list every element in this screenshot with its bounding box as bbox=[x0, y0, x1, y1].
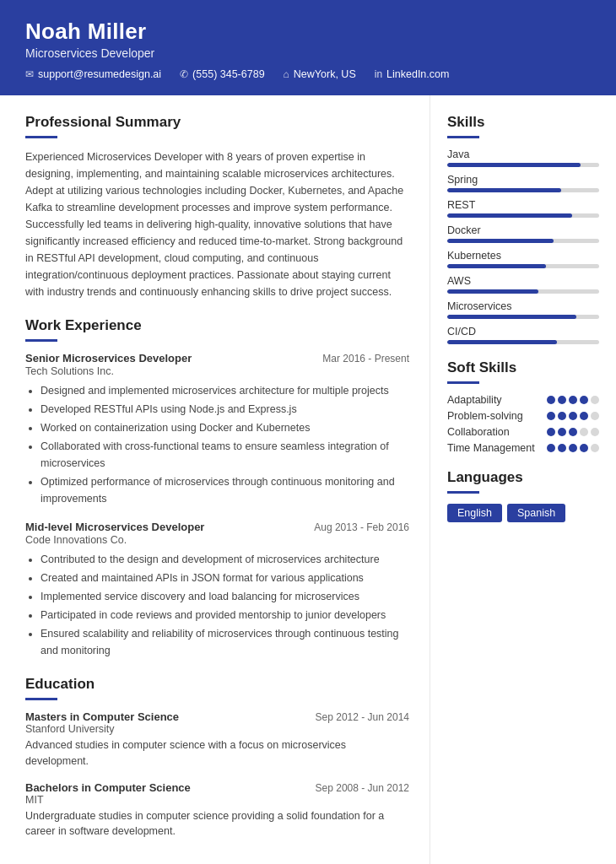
dot-empty bbox=[591, 444, 599, 452]
dot-filled bbox=[558, 412, 566, 420]
soft-skills-section: Soft Skills AdaptabilityProblem-solvingC… bbox=[447, 359, 599, 454]
skill-bar-fill bbox=[447, 239, 554, 243]
soft-skill-dots bbox=[547, 396, 599, 404]
dot-filled bbox=[547, 396, 555, 404]
skill-bar-fill bbox=[447, 340, 557, 344]
dot-filled bbox=[569, 428, 577, 436]
job-entry: Mid-level Microservices DeveloperAug 201… bbox=[25, 521, 409, 659]
edu-header: Bachelors in Computer ScienceSep 2008 - … bbox=[25, 781, 409, 794]
jobs-list: Senior Microservices DeveloperMar 2016 -… bbox=[25, 352, 409, 659]
edu-dates: Sep 2008 - Jun 2012 bbox=[316, 782, 409, 794]
list-item: Collaborated with cross-functional teams… bbox=[41, 438, 409, 472]
dot-filled bbox=[547, 428, 555, 436]
list-item: Optimized performance of microservices t… bbox=[41, 473, 409, 507]
contact-text: NewYork, US bbox=[294, 68, 356, 80]
dot-filled bbox=[580, 444, 588, 452]
left-column: Professional Summary Experienced Microse… bbox=[0, 95, 430, 864]
skill-bar-background bbox=[447, 188, 599, 192]
skill-bar-fill bbox=[447, 315, 576, 319]
contact-icon: ✉ bbox=[25, 68, 34, 80]
job-title: Senior Microservices Developer bbox=[25, 352, 192, 364]
skill-bar-fill bbox=[447, 213, 572, 218]
skill-name: AWS bbox=[447, 275, 599, 287]
soft-skill-item: Problem-solving bbox=[447, 410, 599, 422]
skill-item: Microservices bbox=[447, 300, 599, 319]
list-item: Worked on containerization using Docker … bbox=[41, 419, 409, 436]
soft-skill-dots bbox=[547, 412, 599, 420]
contact-icon: in bbox=[375, 68, 382, 80]
summary-text: Experienced Microservices Developer with… bbox=[25, 148, 409, 300]
skill-bar-background bbox=[447, 315, 599, 319]
contact-item: ✉support@resumedesign.ai bbox=[25, 68, 161, 80]
soft-skills-title: Soft Skills bbox=[447, 359, 599, 376]
dot-empty bbox=[591, 412, 599, 420]
list-item: Created and maintained APIs in JSON form… bbox=[41, 570, 409, 586]
list-item: Contributed to the design and developmen… bbox=[41, 551, 409, 568]
dot-filled bbox=[558, 444, 566, 452]
skill-name: REST bbox=[447, 199, 599, 211]
dot-filled bbox=[558, 396, 566, 404]
contact-text: LinkedIn.com bbox=[386, 68, 449, 80]
soft-skill-name: Adaptability bbox=[447, 394, 502, 406]
job-bullets: Contributed to the design and developmen… bbox=[25, 551, 409, 659]
skill-bar-fill bbox=[447, 163, 581, 167]
dot-filled bbox=[580, 396, 588, 404]
list-item: Designed and implemented microservices a… bbox=[41, 382, 409, 399]
skill-item: Docker bbox=[447, 224, 599, 243]
summary-title: Professional Summary bbox=[25, 114, 409, 131]
skill-item: Kubernetes bbox=[447, 250, 599, 268]
soft-skill-name: Problem-solving bbox=[447, 410, 523, 422]
skills-divider bbox=[447, 136, 479, 138]
dot-filled bbox=[569, 412, 577, 420]
job-header: Mid-level Microservices DeveloperAug 201… bbox=[25, 521, 409, 533]
skill-name: Docker bbox=[447, 224, 599, 236]
skill-name: CI/CD bbox=[447, 326, 599, 338]
soft-skill-item: Collaboration bbox=[447, 426, 599, 438]
edu-entry: Masters in Computer ScienceSep 2012 - Ju… bbox=[25, 710, 409, 770]
candidate-name: Noah Miller bbox=[25, 19, 591, 45]
job-company: Code Innovations Co. bbox=[25, 534, 409, 546]
skill-bar-background bbox=[447, 289, 599, 294]
edu-dates: Sep 2012 - Jun 2014 bbox=[316, 711, 409, 723]
dot-filled bbox=[580, 412, 588, 420]
edu-header: Masters in Computer ScienceSep 2012 - Ju… bbox=[25, 710, 409, 723]
summary-section: Professional Summary Experienced Microse… bbox=[25, 114, 409, 300]
dot-filled bbox=[569, 444, 577, 452]
skill-item: REST bbox=[447, 199, 599, 218]
skill-bar-fill bbox=[447, 289, 538, 294]
skill-item: Java bbox=[447, 148, 599, 167]
edu-description: Undergraduate studies in computer scienc… bbox=[25, 808, 409, 840]
contact-icon: ⌂ bbox=[284, 68, 289, 80]
job-dates: Mar 2016 - Present bbox=[322, 353, 409, 364]
education-divider bbox=[25, 698, 57, 700]
edu-school: MIT bbox=[25, 794, 409, 806]
education-title: Education bbox=[25, 676, 409, 693]
skill-item: Spring bbox=[447, 174, 599, 192]
edu-degree: Bachelors in Computer Science bbox=[25, 781, 191, 794]
edu-description: Advanced studies in computer science wit… bbox=[25, 737, 409, 770]
skills-title: Skills bbox=[447, 114, 599, 131]
dot-empty bbox=[580, 428, 588, 436]
dot-filled bbox=[569, 396, 577, 404]
contact-item: ✆(555) 345-6789 bbox=[180, 68, 264, 80]
education-section: Education Masters in Computer ScienceSep… bbox=[25, 676, 409, 840]
work-title: Work Experience bbox=[25, 317, 409, 334]
skill-bar-background bbox=[447, 163, 599, 167]
skill-bar-background bbox=[447, 239, 599, 243]
job-company: Tech Solutions Inc. bbox=[25, 365, 409, 377]
list-item: Developed RESTful APIs using Node.js and… bbox=[41, 401, 409, 418]
skill-name: Java bbox=[447, 148, 599, 160]
edu-degree: Masters in Computer Science bbox=[25, 710, 179, 723]
contact-item: ⌂NewYork, US bbox=[284, 68, 356, 80]
skill-name: Microservices bbox=[447, 300, 599, 312]
skills-section: Skills JavaSpringRESTDockerKubernetesAWS… bbox=[447, 114, 599, 344]
soft-skill-name: Time Management bbox=[447, 442, 535, 454]
soft-skill-dots bbox=[547, 428, 599, 436]
dot-empty bbox=[591, 396, 599, 404]
header: Noah Miller Microservices Developer ✉sup… bbox=[0, 0, 616, 95]
job-dates: Aug 2013 - Feb 2016 bbox=[314, 521, 409, 533]
skill-bar-background bbox=[447, 264, 599, 268]
languages-divider bbox=[447, 491, 479, 494]
language-tags: EnglishSpanish bbox=[447, 504, 599, 522]
contact-icon: ✆ bbox=[180, 68, 188, 80]
